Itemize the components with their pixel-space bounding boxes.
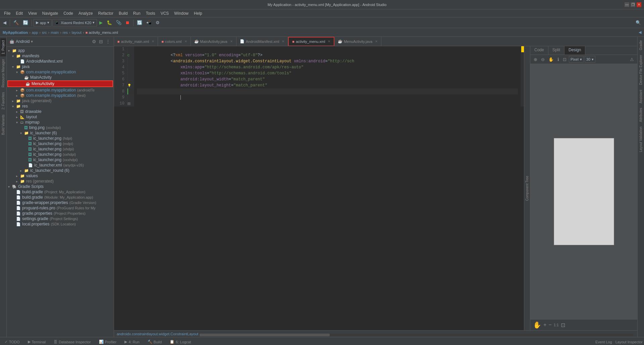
fit-icon[interactable]: ⊡: [561, 56, 568, 63]
maximize-button[interactable]: ❐: [631, 2, 635, 7]
close-colors-tab-btn[interactable]: ✕: [184, 40, 187, 43]
collapse-all-icon[interactable]: ⊟: [98, 38, 104, 45]
bottom-tab-terminal[interactable]: ▶ Terminal: [24, 338, 49, 345]
tree-item-settings-gradle[interactable]: 📄 settings.gradle (Project Settings): [7, 216, 114, 221]
tree-item-build-gradle-project[interactable]: 📄 build.gradle (Project: My_Application): [7, 189, 114, 195]
tree-item-ic-xxxhdpi[interactable]: 🖼 ic_launcher.png (xxxhdpi): [7, 157, 114, 162]
pixel-dropdown[interactable]: Pixel ▾: [569, 56, 584, 63]
tree-item-proguard[interactable]: 📄 proguard-rules.pro (ProGuard Rules for…: [7, 205, 114, 211]
plus-zoom-btn[interactable]: +: [543, 322, 546, 328]
tree-item-ic-mdpi[interactable]: 🖼 ic_launcher.png (mdpi): [7, 141, 114, 146]
fold-icon-line10[interactable]: ⊟: [127, 101, 130, 106]
bc-app[interactable]: app: [32, 30, 38, 34]
close-button[interactable]: ✕: [637, 2, 641, 7]
tree-item-androidmanifest[interactable]: 📄 AndroidManifest.xml: [7, 59, 114, 64]
build-btn[interactable]: 🔨: [12, 19, 20, 26]
close-tab-btn[interactable]: ✕: [152, 40, 154, 43]
code-editor[interactable]: 1 2 3 4 5 6 7 8 9 10: [114, 46, 524, 330]
gear-icon[interactable]: ⚙: [91, 38, 97, 45]
sync-btn[interactable]: 🔄: [21, 19, 30, 26]
layout-inspector-link[interactable]: Layout Inspector: [615, 340, 643, 344]
design-canvas[interactable]: [530, 64, 637, 319]
tree-item-menuactivity[interactable]: ☕ MenuActivity: [7, 80, 113, 87]
app-config-dropdown[interactable]: ▶ app ▾: [34, 19, 52, 26]
minimize-button[interactable]: —: [625, 2, 629, 7]
tree-item-ic-launcher-round[interactable]: ▸ 📁 ic_launcher_round (6): [7, 168, 114, 173]
device-dropdown[interactable]: 📱 Xiaomi Redmi K20 ▾: [52, 19, 97, 26]
tree-item-java[interactable]: ▾ 📁 java: [7, 64, 114, 69]
tab-mainactivity-java[interactable]: ☕ MainActivity.java ✕: [191, 37, 236, 46]
sidebar-tab-build-variants[interactable]: Build Variants: [0, 113, 6, 137]
sdk-manager-button[interactable]: ⚙: [154, 19, 161, 26]
tree-item-package-androidtest[interactable]: ▸ 📦 com.example.myapplication (androidTe: [7, 87, 114, 93]
menu-tools[interactable]: Tools: [143, 10, 158, 16]
debug-button[interactable]: 🐛: [105, 19, 114, 26]
zoom-in-icon[interactable]: ⊕: [532, 56, 539, 63]
tab-colors[interactable]: ■ colors.xml ✕: [158, 37, 191, 46]
warn-icon[interactable]: ⚠: [629, 56, 635, 63]
sidebar-tab-project[interactable]: 1: Project: [0, 38, 6, 56]
sidebar-tab-favorites[interactable]: 2: Favorites: [0, 90, 6, 112]
bc-main[interactable]: main: [51, 30, 59, 34]
tree-item-bing[interactable]: 🖼 bing.png (xxxhdpi): [7, 125, 114, 130]
bc-res[interactable]: res: [63, 30, 68, 34]
tree-item-app[interactable]: ▾ 📁 app: [7, 48, 114, 53]
tree-item-mainactivity[interactable]: ☕ MainActivity: [7, 75, 114, 80]
dropdown-arrow-icon[interactable]: ▾: [31, 39, 33, 44]
tree-item-res-generated[interactable]: ▸ 📁 res (generated): [7, 179, 114, 184]
tree-item-ic-xxhdpi[interactable]: 🖼 ic_launcher.png (xxhdpi): [7, 152, 114, 157]
tree-item-local-properties[interactable]: 📄 local.properties (SDK Location): [7, 221, 114, 227]
menu-analyze[interactable]: Analyze: [76, 10, 96, 16]
attach-button[interactable]: 📎: [114, 19, 123, 26]
tab-menuactivity-java[interactable]: ☕ MenuActivity.java ✕: [334, 37, 381, 46]
menu-help[interactable]: Help: [191, 10, 205, 16]
bc-file[interactable]: ■ activity_menu.xml: [86, 30, 118, 34]
tree-item-manifests[interactable]: ▾ 📁 manifests: [7, 53, 114, 59]
info-icon[interactable]: ℹ: [556, 56, 560, 63]
tree-item-drawable[interactable]: ▸ 🖼 drawable: [7, 109, 114, 114]
tab-androidmanifest[interactable]: 📄 AndroidManifest.xml ✕: [236, 37, 288, 46]
event-log-link[interactable]: Event Log: [595, 340, 612, 344]
tree-item-build-gradle-module[interactable]: 📄 build.gradle (Module: My_Application.a…: [7, 195, 114, 200]
menu-code[interactable]: Code: [61, 10, 76, 16]
sidebar-tab-attributes[interactable]: Attributes: [638, 106, 644, 124]
stop-button[interactable]: ⏹: [124, 19, 131, 26]
horizontal-scrollbar[interactable]: [200, 334, 633, 336]
settings-icon[interactable]: ⋮: [105, 38, 111, 45]
close-activity-menu-tab-btn[interactable]: ✕: [328, 40, 330, 43]
bottom-tab-todo[interactable]: ✓ TODO: [1, 338, 23, 345]
nav-back-icon[interactable]: ◀: [639, 30, 641, 34]
bottom-tab-run[interactable]: ▶ 4: Run: [121, 338, 143, 345]
tab-activity-main[interactable]: ■ activity_main.xml ✕: [114, 37, 158, 46]
tree-item-gradle-scripts[interactable]: ▾ 🐘 Gradle Scripts: [7, 184, 114, 189]
menu-view[interactable]: View: [25, 10, 40, 16]
tree-item-ic-xhdpi[interactable]: 🖼 ic_launcher.png (xhdpi): [7, 146, 114, 152]
menu-build[interactable]: Build: [116, 10, 130, 16]
search-everywhere-button[interactable]: 🔍: [634, 19, 643, 26]
sidebar-tab-resource-manager[interactable]: Resource Manager: [0, 57, 6, 89]
menu-file[interactable]: File: [1, 10, 13, 16]
pan-icon[interactable]: ✋: [547, 56, 555, 63]
close-mainactivity-tab-btn[interactable]: ✕: [230, 40, 233, 43]
tree-item-package-main[interactable]: ▾ 📦 com.example.myapplication: [7, 69, 114, 75]
tree-item-ic-launcher[interactable]: ▾ 📁 ic_launcher (6): [7, 130, 114, 136]
tree-item-gradle-wrapper[interactable]: 📄 gradle-wrapper.properties (Gradle Vers…: [7, 200, 114, 205]
close-androidmanifest-tab-btn[interactable]: ✕: [282, 40, 284, 43]
tree-item-ic-hdpi[interactable]: 🖼 ic_launcher.png (hdpi): [7, 136, 114, 141]
tab-activity-menu[interactable]: ■ activity_menu.xml ✕: [288, 37, 334, 46]
menu-vcs[interactable]: VCS: [158, 10, 172, 16]
tree-item-mipmap[interactable]: ▾ 🗂 mipmap: [7, 120, 114, 125]
hand-cursor-icon[interactable]: ✋: [533, 321, 541, 329]
avd-manager-button[interactable]: 📲: [145, 19, 153, 26]
tree-item-res[interactable]: ▾ 📁 res: [7, 104, 114, 109]
window-controls[interactable]: — ❐ ✕: [625, 2, 641, 7]
sidebar-tab-gradle[interactable]: Gradle: [638, 38, 644, 52]
back-button[interactable]: ◀: [1, 19, 8, 26]
sidebar-tab-assistant[interactable]: Assistant: [638, 88, 644, 106]
bc-myapplication[interactable]: MyApplication: [3, 30, 28, 34]
lightbulb-icon[interactable]: 💡: [127, 84, 131, 87]
zoom-dropdown[interactable]: 30 ▾: [585, 56, 595, 63]
tree-item-package-test[interactable]: ▸ 📦 com.example.myapplication (test): [7, 93, 114, 98]
menu-refactor[interactable]: Refactor: [96, 10, 116, 16]
sidebar-tab-layout-validation[interactable]: Layout Validation: [638, 125, 644, 154]
